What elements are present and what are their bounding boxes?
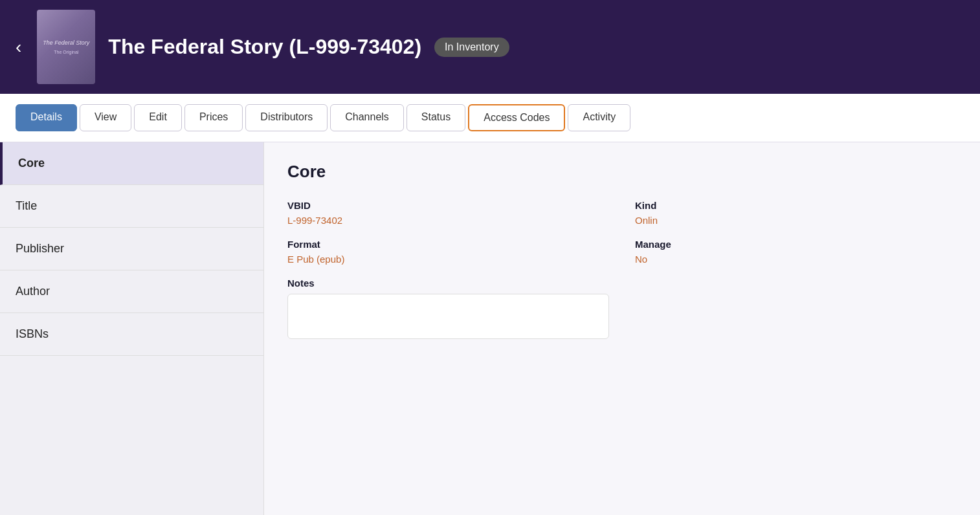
sidebar-item-core[interactable]: Core [0,142,263,185]
back-button[interactable]: ‹ [16,37,21,58]
kind-field: Kind Onlin [635,200,957,226]
tab-distributors[interactable]: Distributors [245,104,328,131]
tab-details[interactable]: Details [16,104,77,131]
sidebar-item-publisher[interactable]: Publisher [0,228,263,270]
main-content: Core Title Publisher Author ISBNs Core V… [0,142,980,515]
kind-label: Kind [635,200,957,211]
tab-activity[interactable]: Activity [568,104,630,131]
vbid-field: VBID L-999-73402 [287,200,609,226]
tab-edit[interactable]: Edit [134,104,182,131]
status-badge: In Inventory [434,38,509,57]
fields-grid: VBID L-999-73402 Format E Pub (epub) Not… [287,200,957,339]
tab-prices[interactable]: Prices [184,104,243,131]
tab-status[interactable]: Status [406,104,465,131]
sidebar-item-isbns[interactable]: ISBNs [0,313,263,356]
page-title: The Federal Story (L-999-73402) [108,35,421,59]
managed-field: Manage No [635,239,957,265]
managed-value: No [635,254,957,265]
details-sidebar: Core Title Publisher Author ISBNs [0,142,264,515]
format-label: Format [287,239,609,250]
tab-bar: Details View Edit Prices Distributors Ch… [0,94,980,142]
tab-channels[interactable]: Channels [330,104,404,131]
kind-value: Onlin [635,215,957,226]
format-value: E Pub (epub) [287,254,609,265]
right-fields: Kind Onlin Manage No [635,200,957,339]
header-info: The Federal Story (L-999-73402) In Inven… [108,35,964,59]
book-cover-subtitle-text: The Original [54,50,78,54]
book-cover-title-text: The Federal Story [43,39,89,47]
notes-label: Notes [287,278,609,289]
content-panel: Core VBID L-999-73402 Format E Pub (epub… [264,142,980,515]
book-cover-image: The Federal Story The Original [37,10,95,84]
page-header: ‹ The Federal Story The Original The Fed… [0,0,980,94]
content-section-title: Core [287,162,957,182]
vbid-label: VBID [287,200,609,211]
notes-section: Notes [287,278,609,339]
notes-box[interactable] [287,294,609,339]
tab-view[interactable]: View [80,104,131,131]
sidebar-item-title[interactable]: Title [0,185,263,228]
managed-label: Manage [635,239,957,250]
vbid-value: L-999-73402 [287,215,609,226]
tab-access-codes[interactable]: Access Codes [468,104,565,131]
sidebar-item-author[interactable]: Author [0,270,263,313]
format-field: Format E Pub (epub) [287,239,609,265]
left-fields: VBID L-999-73402 Format E Pub (epub) Not… [287,200,609,339]
